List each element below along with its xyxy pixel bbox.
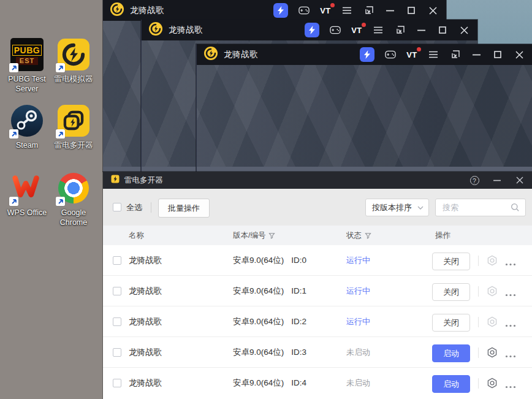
ldplayer-icon <box>57 38 90 71</box>
minimize-button[interactable] <box>471 49 482 60</box>
window-title: 龙骑战歌 <box>130 5 164 16</box>
emulator-titlebar[interactable]: 龙骑战歌 VT <box>142 20 477 40</box>
desktop-icon-steam[interactable]: Steam <box>4 104 50 150</box>
shortcut-arrow-icon <box>56 197 65 206</box>
boost-lightning-icon[interactable] <box>273 3 288 18</box>
select-all-checkbox[interactable] <box>113 203 121 211</box>
ldplayer-app-icon <box>204 47 218 63</box>
stop-instance-button[interactable]: 关闭 <box>432 283 470 301</box>
desktop-icon-wps-office[interactable]: WPS Office <box>4 172 50 218</box>
more-options-icon[interactable] <box>505 349 516 360</box>
maximize-button[interactable] <box>492 49 503 60</box>
menu-icon[interactable] <box>373 25 384 36</box>
table-header: 名称 版本/编号 状态 操作 <box>103 226 532 245</box>
chevron-down-icon <box>417 206 424 210</box>
shortcut-arrow-icon <box>9 129 18 139</box>
manager-titlebar[interactable]: 雷电多开器 ? <box>103 172 532 189</box>
boost-lightning-icon[interactable] <box>305 23 319 37</box>
more-options-icon[interactable] <box>505 288 516 299</box>
settings-gear-icon[interactable] <box>486 346 498 359</box>
multi-instance-manager-window: 雷电多开器 ? 全选 批量操作 按版本排序 名称 版本/编号 <box>103 172 532 399</box>
batch-operations-button[interactable]: 批量操作 <box>158 199 210 218</box>
row-checkbox[interactable] <box>113 348 121 357</box>
pubg-icon: PUBG EST <box>10 38 44 71</box>
emulator-titlebar[interactable]: 龙骑战歌 VT <box>197 44 532 65</box>
header-operations: 操作 <box>435 230 450 241</box>
more-options-icon[interactable] <box>505 257 516 268</box>
settings-gear-icon[interactable] <box>486 316 498 328</box>
desktop-icon-label: Steam <box>16 140 38 150</box>
filter-funnel-icon[interactable] <box>365 232 371 239</box>
vt-alert-dot <box>330 3 335 7</box>
close-button[interactable] <box>515 175 525 185</box>
search-input[interactable] <box>441 202 511 213</box>
more-options-icon[interactable] <box>505 380 516 391</box>
instance-status: 未启动 <box>346 378 370 389</box>
vt-virtualization-icon[interactable]: VT <box>406 49 417 60</box>
snap-corner-icon[interactable] <box>363 5 374 16</box>
instance-status: 运行中 <box>346 286 370 297</box>
vt-virtualization-icon[interactable]: VT <box>351 25 362 36</box>
start-instance-button[interactable]: 启动 <box>432 344 470 362</box>
emulator-titlebar[interactable]: 龙骑战歌 VT <box>103 0 446 21</box>
desktop-icon-ldplayer[interactable]: 雷电模拟器 <box>50 38 97 84</box>
row-checkbox[interactable] <box>113 287 121 295</box>
settings-gear-icon[interactable] <box>486 254 498 267</box>
gamepad-icon[interactable] <box>330 25 341 36</box>
snap-corner-icon[interactable] <box>449 49 460 60</box>
window-title: 龙骑战歌 <box>224 49 258 60</box>
menu-icon[interactable] <box>428 49 439 60</box>
vt-alert-dot <box>417 47 421 51</box>
ldplayer-app-icon <box>149 22 162 38</box>
close-button[interactable] <box>458 25 469 36</box>
row-checkbox[interactable] <box>113 317 121 326</box>
ops-divider <box>478 348 479 358</box>
instance-row-0: 龙骑战歌 安卓9.0(64位)ID:0 运行中 关闭 <box>103 245 532 276</box>
header-status: 状态 <box>346 230 371 241</box>
stop-instance-button[interactable]: 关闭 <box>432 314 470 332</box>
desktop-icon-google-chrome[interactable]: Google Chrome <box>50 172 97 227</box>
sort-by-version-dropdown[interactable]: 按版本排序 <box>365 199 429 216</box>
settings-gear-icon[interactable] <box>486 285 498 297</box>
ops-divider <box>478 378 479 389</box>
instance-name: 龙骑战歌 <box>129 286 162 297</box>
row-checkbox[interactable] <box>113 256 121 265</box>
instance-version: 安卓9.0(64位)ID:2 <box>233 316 306 327</box>
more-options-icon[interactable] <box>505 319 516 330</box>
minimize-button[interactable] <box>492 175 502 185</box>
boost-lightning-icon[interactable] <box>360 47 374 62</box>
ops-divider <box>478 256 479 266</box>
ld-multiplayer-app-icon <box>110 174 120 186</box>
desktop-icon-pubg-test-server[interactable]: PUBG EST PUBG Test Server <box>4 38 50 94</box>
maximize-button[interactable] <box>406 5 417 16</box>
select-all-label: 全选 <box>126 203 142 212</box>
gamepad-icon[interactable] <box>298 5 310 16</box>
instance-name: 龙骑战歌 <box>129 378 162 389</box>
row-checkbox[interactable] <box>113 379 121 387</box>
snap-corner-icon[interactable] <box>394 25 405 36</box>
minimize-button[interactable] <box>384 5 395 16</box>
settings-gear-icon[interactable] <box>486 377 498 389</box>
stop-instance-button[interactable]: 关闭 <box>432 253 470 270</box>
start-instance-button[interactable]: 启动 <box>432 375 470 393</box>
shortcut-arrow-icon <box>9 197 18 206</box>
filter-funnel-icon[interactable] <box>268 232 275 239</box>
vt-label: VT <box>351 26 362 35</box>
desktop-icon-label: WPS Office <box>7 208 47 218</box>
vt-virtualization-icon[interactable]: VT <box>320 5 331 16</box>
instance-version: 安卓9.0(64位)ID:1 <box>233 286 306 297</box>
gamepad-icon[interactable] <box>385 49 396 60</box>
close-button[interactable] <box>514 49 525 60</box>
maximize-button[interactable] <box>437 25 448 36</box>
desktop-icon-ld-multiplayer[interactable]: 雷电多开器 <box>50 104 97 150</box>
minimize-button[interactable] <box>416 25 427 36</box>
close-button[interactable] <box>427 5 438 16</box>
google-chrome-icon <box>57 172 90 205</box>
instance-row-4: 龙骑战歌 安卓9.0(64位)ID:4 未启动 启动 <box>103 368 532 398</box>
instance-row-2: 龙骑战歌 安卓9.0(64位)ID:2 运行中 关闭 <box>103 306 532 337</box>
search-box[interactable] <box>435 199 526 216</box>
menu-icon[interactable] <box>341 5 352 16</box>
desktop-icon-label: 雷电多开器 <box>55 140 93 150</box>
help-icon[interactable]: ? <box>469 175 479 185</box>
instance-row-3: 龙骑战歌 安卓9.0(64位)ID:3 未启动 启动 <box>103 337 532 368</box>
